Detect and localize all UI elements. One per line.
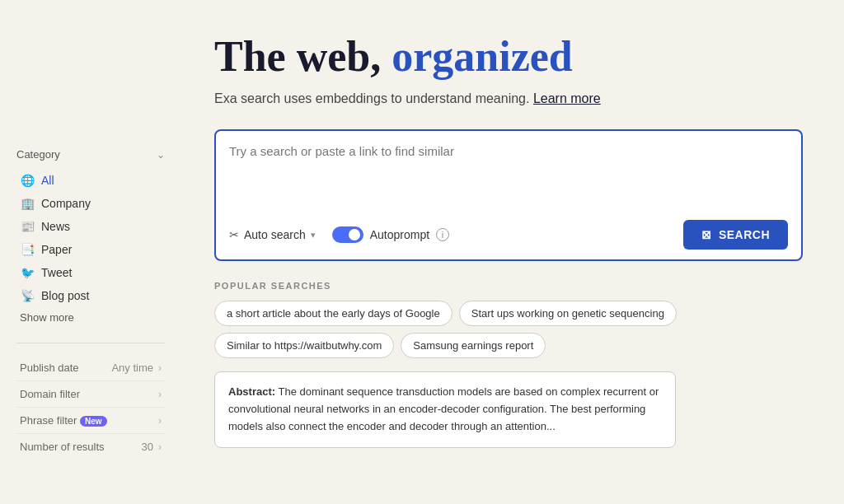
category-label: Category xyxy=(16,148,60,161)
search-footer: ✂ Auto search ▾ Autoprompt i ⊠ SEARCH xyxy=(229,220,788,250)
blog-post-icon: 📡 xyxy=(20,288,35,303)
category-section: Category ⌄ xyxy=(16,148,165,161)
sidebar: Category ⌄ 🌐 All 🏢 Company 📰 News 📑 Pape… xyxy=(0,0,181,504)
info-icon[interactable]: i xyxy=(436,228,449,241)
filter-label-publish-date: Publish date xyxy=(20,362,79,374)
sidebar-item-all[interactable]: 🌐 All xyxy=(16,169,165,192)
sidebar-item-label-paper: Paper xyxy=(41,243,72,256)
company-icon: 🏢 xyxy=(20,196,35,211)
autoprompt-label: Autoprompt xyxy=(370,228,429,241)
search-btn-icon: ⊠ xyxy=(701,228,712,241)
filter-value-number-of-results: 30 xyxy=(142,441,153,453)
main-content: The web, organized Exa search uses embed… xyxy=(181,0,844,504)
paper-icon: 📑 xyxy=(20,242,35,257)
sidebar-item-label-company: Company xyxy=(41,197,91,210)
sidebar-item-label-blog-post: Blog post xyxy=(41,289,89,302)
popular-chip-3[interactable]: Samsung earnings report xyxy=(401,333,546,358)
auto-search-chevron-icon: ▾ xyxy=(311,230,316,240)
auto-search-button[interactable]: ✂ Auto search ▾ xyxy=(229,228,316,241)
popular-chip-0[interactable]: a short article about the early days of … xyxy=(214,301,452,326)
search-btn-label: SEARCH xyxy=(719,228,770,241)
search-input[interactable] xyxy=(229,144,788,210)
hero-title-plain: The web, xyxy=(214,33,381,80)
all-icon: 🌐 xyxy=(20,173,35,188)
filter-chevron-publish-date-icon: › xyxy=(158,362,162,374)
search-options: ✂ Auto search ▾ Autoprompt i xyxy=(229,226,449,243)
learn-more-link[interactable]: Learn more xyxy=(533,91,601,105)
sidebar-item-label-all: All xyxy=(41,174,54,187)
news-icon: 📰 xyxy=(20,219,35,234)
popular-chip-2[interactable]: Similar to https://waitbutwhy.com xyxy=(214,333,394,358)
filter-domain-filter[interactable]: Domain filter › xyxy=(16,381,165,408)
sidebar-item-paper[interactable]: 📑 Paper xyxy=(16,238,165,261)
hero-title-accent: organized xyxy=(392,33,573,80)
filter-phrase-filter[interactable]: Phrase filter New › xyxy=(16,408,165,434)
filter-label-number-of-results: Number of results xyxy=(20,441,105,453)
filter-publish-date[interactable]: Publish date Any time › xyxy=(16,355,165,381)
category-chevron-icon[interactable]: ⌄ xyxy=(157,149,165,161)
abstract-box: Abstract: The dominant sequence transduc… xyxy=(214,371,676,447)
filter-label-domain-filter: Domain filter xyxy=(20,388,80,400)
filter-chevron-number-of-results-icon: › xyxy=(158,441,162,453)
filter-number-of-results[interactable]: Number of results 30 › xyxy=(16,434,165,460)
auto-search-label: Auto search xyxy=(244,228,306,241)
search-box: ✂ Auto search ▾ Autoprompt i ⊠ SEARCH xyxy=(214,129,803,261)
filter-chevron-domain-filter-icon: › xyxy=(158,389,162,400)
sidebar-item-label-tweet: Tweet xyxy=(41,266,72,279)
sidebar-item-company[interactable]: 🏢 Company xyxy=(16,192,165,215)
scissors-icon: ✂ xyxy=(229,228,239,241)
popular-chips: a short article about the early days of … xyxy=(214,301,803,358)
sidebar-item-label-news: News xyxy=(41,220,70,233)
toggle-slider xyxy=(332,226,363,243)
filter-chevron-phrase-filter-icon: › xyxy=(158,415,162,427)
sidebar-item-news[interactable]: 📰 News xyxy=(16,215,165,238)
show-more-link[interactable]: Show more xyxy=(16,307,165,328)
autoprompt-toggle[interactable] xyxy=(332,226,363,243)
sidebar-filters: Publish date Any time › Domain filter › … xyxy=(16,343,165,460)
filter-label-phrase-filter: Phrase filter New xyxy=(20,414,107,427)
hero-subtitle: Exa search uses embeddings to understand… xyxy=(214,91,803,106)
autoprompt-row: Autoprompt i xyxy=(332,226,449,243)
sidebar-item-blog-post[interactable]: 📡 Blog post xyxy=(16,284,165,307)
popular-searches-label: POPULAR SEARCHES xyxy=(214,281,803,291)
abstract-text: The dominant sequence transduction model… xyxy=(228,385,659,432)
filter-value-publish-date: Any time xyxy=(111,362,153,374)
new-badge: New xyxy=(80,416,107,427)
tweet-icon: 🐦 xyxy=(20,265,35,280)
popular-chip-1[interactable]: Start ups working on genetic sequencing xyxy=(459,301,677,326)
sidebar-item-tweet[interactable]: 🐦 Tweet xyxy=(16,261,165,284)
hero-title: The web, organized xyxy=(214,33,803,80)
search-button[interactable]: ⊠ SEARCH xyxy=(683,220,788,250)
abstract-prefix: Abstract: xyxy=(228,385,275,398)
